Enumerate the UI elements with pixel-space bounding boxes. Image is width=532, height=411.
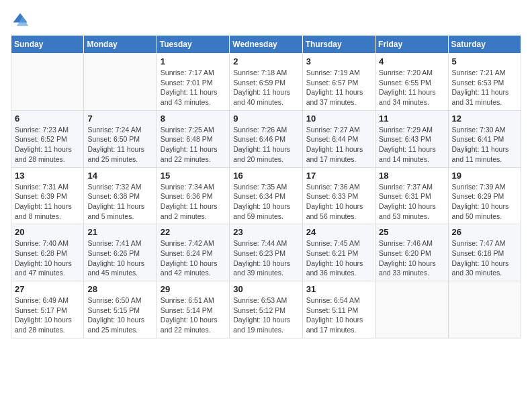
day-number: 19	[452, 171, 517, 181]
calendar-day-cell: 1Sunrise: 7:17 AM Sunset: 7:01 PM Daylig…	[157, 54, 229, 111]
day-number: 12	[452, 113, 517, 124]
calendar-day-cell: 8Sunrise: 7:25 AM Sunset: 6:48 PM Daylig…	[157, 110, 229, 167]
day-info: Sunrise: 7:21 AM Sunset: 6:53 PM Dayligh…	[452, 68, 517, 107]
calendar-day-cell: 15Sunrise: 7:34 AM Sunset: 6:36 PM Dayli…	[157, 167, 229, 224]
day-info: Sunrise: 7:26 AM Sunset: 6:46 PM Dayligh…	[233, 125, 298, 165]
calendar-day-cell: 17Sunrise: 7:36 AM Sunset: 6:33 PM Dayli…	[302, 167, 375, 224]
calendar-week-row: 27Sunrise: 6:49 AM Sunset: 5:17 PM Dayli…	[11, 281, 521, 338]
day-number: 10	[306, 113, 371, 124]
day-info: Sunrise: 7:36 AM Sunset: 6:33 PM Dayligh…	[306, 182, 371, 222]
day-info: Sunrise: 7:35 AM Sunset: 6:34 PM Dayligh…	[233, 182, 298, 222]
calendar-day-cell: 4Sunrise: 7:20 AM Sunset: 6:55 PM Daylig…	[375, 54, 448, 111]
calendar-day-cell	[448, 281, 521, 338]
day-number: 2	[233, 56, 298, 66]
calendar-day-cell: 11Sunrise: 7:29 AM Sunset: 6:43 PM Dayli…	[375, 110, 448, 167]
day-number: 13	[15, 171, 80, 181]
calendar-week-row: 6Sunrise: 7:23 AM Sunset: 6:52 PM Daylig…	[11, 110, 521, 167]
calendar-day-cell: 2Sunrise: 7:18 AM Sunset: 6:59 PM Daylig…	[230, 54, 302, 111]
day-number: 30	[233, 284, 298, 294]
day-info: Sunrise: 7:40 AM Sunset: 6:28 PM Dayligh…	[15, 238, 80, 278]
day-info: Sunrise: 7:42 AM Sunset: 6:24 PM Dayligh…	[161, 238, 226, 278]
day-info: Sunrise: 7:23 AM Sunset: 6:52 PM Dayligh…	[15, 125, 80, 165]
day-info: Sunrise: 6:50 AM Sunset: 5:15 PM Dayligh…	[87, 295, 152, 335]
day-info: Sunrise: 6:54 AM Sunset: 5:11 PM Dayligh…	[306, 295, 371, 335]
calendar-day-cell: 21Sunrise: 7:41 AM Sunset: 6:26 PM Dayli…	[84, 224, 157, 281]
day-info: Sunrise: 7:41 AM Sunset: 6:26 PM Dayligh…	[87, 238, 152, 278]
day-info: Sunrise: 7:47 AM Sunset: 6:18 PM Dayligh…	[452, 238, 517, 278]
day-info: Sunrise: 7:29 AM Sunset: 6:43 PM Dayligh…	[379, 125, 444, 165]
day-info: Sunrise: 7:19 AM Sunset: 6:57 PM Dayligh…	[306, 68, 371, 107]
weekday-header-saturday: Saturday	[448, 36, 521, 54]
day-info: Sunrise: 7:45 AM Sunset: 6:21 PM Dayligh…	[306, 238, 371, 278]
day-number: 8	[161, 113, 226, 124]
day-info: Sunrise: 7:34 AM Sunset: 6:36 PM Dayligh…	[161, 182, 226, 222]
day-info: Sunrise: 7:18 AM Sunset: 6:59 PM Dayligh…	[233, 68, 298, 107]
calendar-day-cell: 18Sunrise: 7:37 AM Sunset: 6:31 PM Dayli…	[375, 167, 448, 224]
day-info: Sunrise: 7:27 AM Sunset: 6:44 PM Dayligh…	[306, 125, 371, 165]
day-number: 21	[87, 227, 152, 237]
calendar-week-row: 20Sunrise: 7:40 AM Sunset: 6:28 PM Dayli…	[11, 224, 521, 281]
calendar-day-cell: 3Sunrise: 7:19 AM Sunset: 6:57 PM Daylig…	[302, 54, 375, 111]
day-number: 25	[379, 227, 444, 237]
calendar-day-cell: 10Sunrise: 7:27 AM Sunset: 6:44 PM Dayli…	[302, 110, 375, 167]
day-number: 4	[379, 56, 444, 66]
weekday-header-monday: Monday	[84, 36, 157, 54]
day-number: 27	[15, 284, 80, 294]
day-number: 5	[452, 56, 517, 66]
day-number: 17	[306, 171, 371, 181]
day-number: 28	[87, 284, 152, 294]
calendar-day-cell: 13Sunrise: 7:31 AM Sunset: 6:39 PM Dayli…	[11, 167, 84, 224]
calendar-day-cell: 24Sunrise: 7:45 AM Sunset: 6:21 PM Dayli…	[302, 224, 375, 281]
calendar-day-cell: 19Sunrise: 7:39 AM Sunset: 6:29 PM Dayli…	[448, 167, 521, 224]
day-info: Sunrise: 7:25 AM Sunset: 6:48 PM Dayligh…	[161, 125, 226, 165]
weekday-header-tuesday: Tuesday	[157, 36, 229, 54]
calendar-day-cell: 5Sunrise: 7:21 AM Sunset: 6:53 PM Daylig…	[448, 54, 521, 111]
weekday-header-thursday: Thursday	[302, 36, 375, 54]
calendar-day-cell: 6Sunrise: 7:23 AM Sunset: 6:52 PM Daylig…	[11, 110, 84, 167]
calendar-day-cell: 22Sunrise: 7:42 AM Sunset: 6:24 PM Dayli…	[157, 224, 229, 281]
calendar-day-cell: 29Sunrise: 6:51 AM Sunset: 5:14 PM Dayli…	[157, 281, 229, 338]
day-info: Sunrise: 7:44 AM Sunset: 6:23 PM Dayligh…	[233, 238, 298, 278]
day-info: Sunrise: 6:49 AM Sunset: 5:17 PM Dayligh…	[15, 295, 80, 335]
calendar-day-cell: 26Sunrise: 7:47 AM Sunset: 6:18 PM Dayli…	[448, 224, 521, 281]
calendar-day-cell	[375, 281, 448, 338]
day-number: 23	[233, 227, 298, 237]
calendar-day-cell: 16Sunrise: 7:35 AM Sunset: 6:34 PM Dayli…	[230, 167, 302, 224]
calendar-day-cell: 31Sunrise: 6:54 AM Sunset: 5:11 PM Dayli…	[302, 281, 375, 338]
calendar-day-cell: 20Sunrise: 7:40 AM Sunset: 6:28 PM Dayli…	[11, 224, 84, 281]
calendar-day-cell: 30Sunrise: 6:53 AM Sunset: 5:12 PM Dayli…	[230, 281, 302, 338]
day-info: Sunrise: 6:53 AM Sunset: 5:12 PM Dayligh…	[233, 295, 298, 335]
calendar-day-cell	[11, 54, 84, 111]
day-number: 16	[233, 171, 298, 181]
weekday-header-wednesday: Wednesday	[230, 36, 302, 54]
calendar-day-cell: 9Sunrise: 7:26 AM Sunset: 6:46 PM Daylig…	[230, 110, 302, 167]
calendar-week-row: 1Sunrise: 7:17 AM Sunset: 7:01 PM Daylig…	[11, 54, 521, 111]
day-number: 26	[452, 227, 517, 237]
weekday-header-row: SundayMondayTuesdayWednesdayThursdayFrid…	[11, 36, 521, 54]
calendar-week-row: 13Sunrise: 7:31 AM Sunset: 6:39 PM Dayli…	[11, 167, 521, 224]
day-info: Sunrise: 7:24 AM Sunset: 6:50 PM Dayligh…	[87, 125, 152, 165]
logo-icon	[11, 11, 30, 30]
calendar-day-cell: 23Sunrise: 7:44 AM Sunset: 6:23 PM Dayli…	[230, 224, 302, 281]
calendar-day-cell: 27Sunrise: 6:49 AM Sunset: 5:17 PM Dayli…	[11, 281, 84, 338]
page-header	[11, 11, 521, 30]
day-info: Sunrise: 7:31 AM Sunset: 6:39 PM Dayligh…	[15, 182, 80, 222]
day-info: Sunrise: 7:37 AM Sunset: 6:31 PM Dayligh…	[379, 182, 444, 222]
day-info: Sunrise: 7:39 AM Sunset: 6:29 PM Dayligh…	[452, 182, 517, 222]
day-info: Sunrise: 6:51 AM Sunset: 5:14 PM Dayligh…	[161, 295, 226, 335]
day-info: Sunrise: 7:20 AM Sunset: 6:55 PM Dayligh…	[379, 68, 444, 107]
day-info: Sunrise: 7:32 AM Sunset: 6:38 PM Dayligh…	[87, 182, 152, 222]
day-number: 18	[379, 171, 444, 181]
weekday-header-sunday: Sunday	[11, 36, 84, 54]
calendar-day-cell: 12Sunrise: 7:30 AM Sunset: 6:41 PM Dayli…	[448, 110, 521, 167]
logo	[11, 11, 32, 30]
day-number: 29	[161, 284, 226, 294]
day-number: 24	[306, 227, 371, 237]
day-number: 20	[15, 227, 80, 237]
day-info: Sunrise: 7:30 AM Sunset: 6:41 PM Dayligh…	[452, 125, 517, 165]
day-number: 11	[379, 113, 444, 124]
day-number: 3	[306, 56, 371, 66]
calendar-day-cell	[84, 54, 157, 111]
day-number: 31	[306, 284, 371, 294]
day-info: Sunrise: 7:17 AM Sunset: 7:01 PM Dayligh…	[161, 68, 226, 107]
